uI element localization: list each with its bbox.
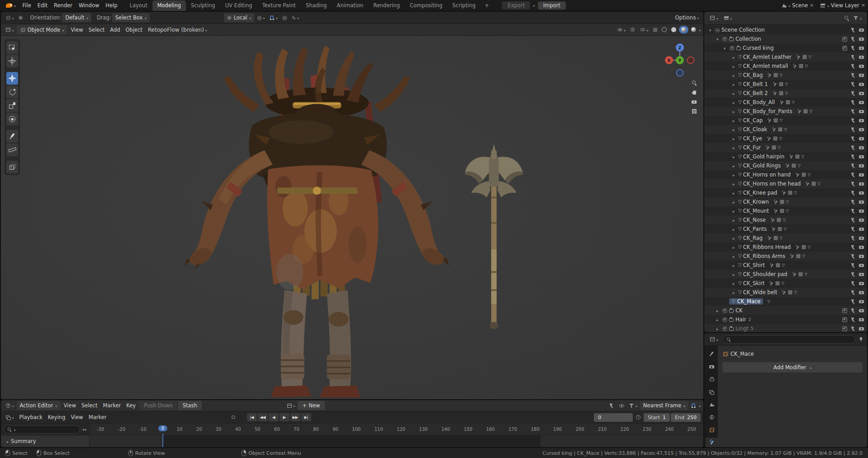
move-tool[interactable]: [6, 72, 18, 85]
shading-solid-button[interactable]: [669, 25, 678, 34]
expand-icon[interactable]: [730, 99, 737, 105]
auto-keying-toggle[interactable]: [229, 413, 238, 422]
current-frame-field[interactable]: 0: [594, 413, 633, 422]
selectable-icon[interactable]: [850, 262, 856, 268]
expand-icon[interactable]: [730, 181, 737, 187]
outliner-object-row[interactable]: CK_Cloak: [704, 125, 867, 134]
previous-keyframe-button[interactable]: [258, 413, 268, 421]
measure-tool[interactable]: [6, 143, 18, 156]
object-name[interactable]: CK_Wide belt: [743, 289, 778, 296]
outliner-object-row[interactable]: CK_Gold Rings: [704, 161, 867, 170]
object-name[interactable]: CK_Horns on the head: [743, 181, 801, 187]
selectable-icon[interactable]: [850, 308, 856, 313]
playback-menu-item[interactable]: View: [68, 414, 85, 420]
transform-orientation-dropdown[interactable]: Local: [224, 13, 254, 22]
collection-name[interactable]: CK: [735, 307, 743, 314]
render-visibility-icon[interactable]: [859, 154, 864, 159]
object-name[interactable]: CK_Shoulder pad: [743, 271, 787, 277]
outliner-object-row[interactable]: CK_Armlet Leather: [704, 52, 867, 62]
add-cube-tool[interactable]: [6, 161, 18, 173]
cursed-king-collection-row[interactable]: Cursed king: [704, 43, 867, 52]
object-name[interactable]: CK_Belt 2: [743, 90, 768, 96]
search-icon[interactable]: [844, 15, 849, 21]
selectable-icon[interactable]: [850, 91, 856, 96]
render-visibility-icon[interactable]: [859, 72, 864, 78]
menu-item[interactable]: Edit: [34, 0, 51, 10]
outliner-object-row[interactable]: CK_Body_All: [704, 98, 867, 107]
axis-neg-z-ball[interactable]: [677, 70, 683, 76]
outliner-object-row[interactable]: CK_Belt 2: [704, 89, 867, 98]
render-visibility-icon[interactable]: [859, 226, 864, 232]
holdout-checkbox[interactable]: [842, 308, 847, 313]
transform-tool[interactable]: [6, 113, 18, 125]
selectable-icon[interactable]: [850, 172, 856, 177]
object-name[interactable]: CK_Body_All: [743, 99, 775, 105]
blender-app-menu[interactable]: [3, 2, 19, 9]
zoom-icon[interactable]: [692, 80, 697, 86]
display-mode-dropdown[interactable]: [722, 14, 734, 23]
remove-view-layer-icon[interactable]: [861, 3, 865, 8]
expand-icon[interactable]: [707, 27, 713, 33]
expand-icon[interactable]: [730, 172, 737, 178]
expand-icon[interactable]: [730, 244, 737, 250]
render-visibility-icon[interactable]: [859, 199, 864, 205]
object-name[interactable]: CK_Mount: [743, 208, 769, 214]
selectable-icon[interactable]: [850, 326, 856, 331]
workspace-tab[interactable]: Texture Paint: [257, 0, 301, 11]
scale-tool[interactable]: [6, 99, 18, 112]
workspace-tab[interactable]: Rendering: [368, 0, 405, 11]
snap-toggle[interactable]: [267, 13, 280, 22]
expand-icon[interactable]: [730, 108, 737, 114]
jump-to-start-button[interactable]: [247, 413, 257, 421]
drag-dropdown[interactable]: Select Box: [112, 13, 150, 22]
selectable-icon[interactable]: [850, 299, 856, 304]
outliner-object-row[interactable]: CK_Belt 1: [704, 80, 867, 89]
expand-icon[interactable]: [730, 208, 737, 214]
collection-row[interactable]: Collection: [704, 34, 867, 43]
dope-sheet-menu-item[interactable]: Select: [79, 402, 100, 409]
tab-tool[interactable]: [706, 349, 718, 359]
expand-channels-icon[interactable]: [82, 427, 86, 432]
selectable-icon[interactable]: [850, 208, 856, 214]
outliner-object-row[interactable]: CK_Eye: [704, 134, 867, 143]
play-button[interactable]: [280, 413, 289, 421]
render-visibility-icon[interactable]: [859, 163, 864, 168]
menu-item[interactable]: Help: [102, 0, 120, 10]
selectable-icon[interactable]: [850, 253, 856, 259]
workspace-tab[interactable]: Shading: [301, 0, 332, 11]
render-visibility-icon[interactable]: [859, 63, 864, 69]
outliner-object-row[interactable]: CK_Shoulder pad: [704, 270, 867, 279]
object-name[interactable]: CK_Eye: [743, 135, 762, 142]
outliner-collection-row[interactable]: CK: [704, 306, 867, 315]
new-action-button[interactable]: New: [298, 401, 324, 410]
outliner-object-row[interactable]: CK_Wide belt: [704, 288, 867, 297]
object-name[interactable]: CK_Gold hairpin: [743, 153, 784, 160]
outliner-object-row[interactable]: CK_Skirt: [704, 279, 867, 288]
add-workspace-button[interactable]: +: [481, 0, 493, 11]
outliner-object-row[interactable]: CK_Ribons Arms: [704, 252, 867, 261]
view-layer-selector[interactable]: View Layer: [820, 2, 865, 9]
pin-icon[interactable]: [858, 337, 863, 342]
render-visibility-icon[interactable]: [859, 127, 864, 132]
render-visibility-icon[interactable]: [859, 190, 864, 196]
selectable-icon[interactable]: [850, 118, 856, 123]
object-name[interactable]: CK_Gold Rings: [743, 162, 781, 169]
expand-icon[interactable]: [730, 117, 737, 124]
visibility-dropdown[interactable]: [615, 25, 627, 34]
expand-icon[interactable]: [730, 72, 737, 78]
selectable-icon[interactable]: [850, 217, 856, 223]
stash-button[interactable]: Stash: [178, 401, 202, 410]
expand-icon[interactable]: [714, 36, 721, 42]
filter-dropdown[interactable]: [627, 401, 639, 410]
expand-icon[interactable]: [714, 307, 721, 314]
outliner-object-row[interactable]: CK_Cap: [704, 116, 867, 125]
selectable-icon[interactable]: [850, 317, 856, 322]
outliner-collection-row[interactable]: Lingt 5: [704, 324, 867, 332]
viewport-menu-item[interactable]: View: [68, 27, 85, 33]
expand-icon[interactable]: [730, 54, 737, 60]
object-name[interactable]: CK_Nose: [743, 217, 766, 223]
render-visibility-icon[interactable]: [859, 136, 864, 141]
proportional-edit-toggle[interactable]: [280, 13, 289, 22]
workspace-tab[interactable]: UV Editing: [220, 0, 257, 11]
render-visibility-icon[interactable]: [859, 45, 864, 51]
